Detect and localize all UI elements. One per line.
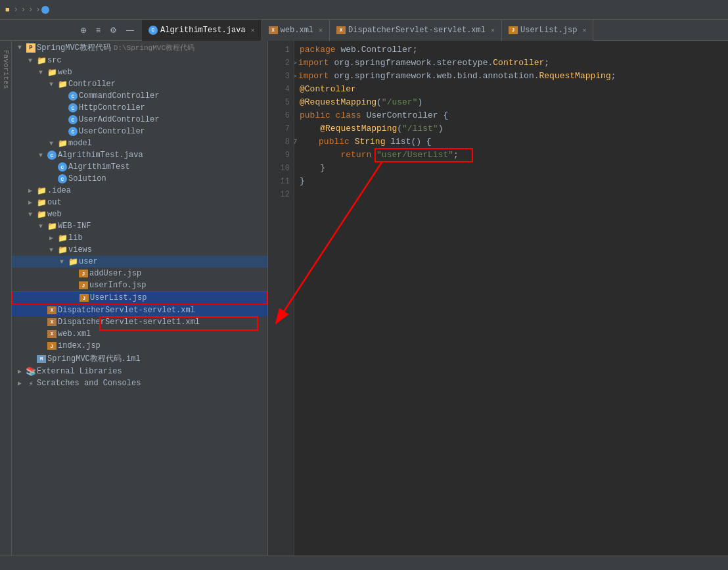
tree-arrow: [46, 247, 57, 254]
java-icon: C: [57, 174, 68, 183]
tree-item-useraddcontroller[interactable]: CUserAddController: [12, 114, 267, 126]
tree-item-lib[interactable]: 📁lib: [12, 232, 267, 244]
tab-AlgrithimTest-java[interactable]: CAlgrithimTest.java✕: [142, 20, 262, 41]
project-tree[interactable]: PSpringMVC教程代码D:\SpringMVC教程代码📁src📁web📁C…: [12, 41, 268, 570]
collapse-all-btn[interactable]: ≡: [93, 24, 103, 36]
project-panel-header: ⊕ ≡ ⚙ —: [5, 24, 137, 36]
tree-arrow: [25, 187, 35, 195]
xml-icon: X: [46, 318, 58, 327]
java-icon: C: [67, 127, 79, 136]
tree-item-dispatcherservlet-servlet1-xml[interactable]: XDispatcherServlet-servlet1.xml: [12, 316, 267, 328]
tree-item-label: userInfo.jsp: [89, 281, 146, 290]
tab-DispatcherServlet-servlet-xml[interactable]: XDispatcherServlet-servlet.xml✕: [330, 20, 502, 41]
tree-item-commandcontroller[interactable]: CCommandController: [12, 90, 267, 102]
tree-item-web-xml[interactable]: Xweb.xml: [12, 328, 267, 340]
minimize-btn[interactable]: —: [124, 24, 137, 36]
tree-item-scratches-and-consoles[interactable]: ⚡Scratches and Consoles: [12, 377, 267, 389]
tree-arrow: [35, 152, 46, 159]
extlib-icon: 📚: [25, 367, 37, 376]
tree-item-userinfo-jsp[interactable]: JuserInfo.jsp: [12, 279, 267, 291]
tree-item-httpcontroller[interactable]: CHttpController: [12, 102, 267, 114]
locate-file-btn[interactable]: ⊕: [78, 24, 89, 36]
jsp-icon: J: [78, 269, 89, 278]
folder-icon: 📁: [57, 233, 68, 243]
line-num: 8: [268, 135, 290, 149]
code-editor: 123456789101112 package web.Controller;▷…: [268, 41, 728, 570]
tree-item-solution[interactable]: CSolution: [12, 173, 267, 185]
tree-item-web[interactable]: 📁web: [12, 66, 267, 78]
java-icon: C: [67, 115, 79, 124]
tree-item-adduser-jsp[interactable]: JaddUser.jsp: [12, 268, 267, 279]
tree-arrow: [46, 140, 57, 147]
tab-web-xml[interactable]: Xweb.xml✕: [262, 20, 330, 41]
code-line: }: [300, 162, 723, 175]
tree-item--idea[interactable]: 📁.idea: [12, 185, 267, 197]
tree-item-user[interactable]: 📁user: [12, 256, 267, 268]
tree-arrow: [57, 258, 67, 266]
tree-item-web-inf[interactable]: 📁WEB-INF: [12, 220, 267, 232]
project-icon: P: [25, 43, 37, 53]
tree-item-out[interactable]: 📁out: [12, 197, 267, 208]
jsp-icon: J: [78, 293, 90, 302]
main-layout: Favorites PSpringMVC教程代码D:\SpringMVC教程代码…: [0, 41, 728, 570]
left-toolbar: Favorites: [0, 41, 12, 570]
xml-icon: X: [46, 329, 58, 339]
tree-item-springmvc----[interactable]: PSpringMVC教程代码D:\SpringMVC教程代码: [12, 41, 267, 55]
folder-icon: 📁: [57, 245, 68, 254]
tree-item-views[interactable]: 📁views: [12, 244, 267, 256]
tree-arrow: [25, 57, 35, 64]
folder-icon: 📁: [35, 210, 47, 219]
favorites-label: Favorites: [2, 50, 10, 89]
line-num: 6: [268, 109, 290, 122]
status-bar: [0, 556, 728, 570]
tree-arrow: [25, 211, 35, 218]
tree-item-label: DispatcherServlet-servlet1.xml: [58, 318, 200, 327]
tree-item-label: web.xml: [58, 329, 91, 339]
tree-item-src[interactable]: 📁src: [12, 55, 267, 66]
line-num: 3: [268, 70, 290, 83]
tree-item-label: WEB-INF: [58, 222, 91, 231]
folder-orange-icon: 📁: [35, 198, 47, 207]
folder-blue-icon: 📁: [35, 186, 47, 195]
tree-item-model[interactable]: 📁model: [12, 137, 267, 149]
fold-icon: ▷: [294, 58, 297, 68]
tree-item-label: UserAddController: [79, 115, 159, 124]
tree-item-dispatcherservlet-servlet-xml[interactable]: XDispatcherServlet-servlet.xml: [12, 304, 267, 316]
tree-item-label: addUser.jsp: [89, 269, 141, 278]
tree-item-web[interactable]: 📁web: [12, 208, 267, 220]
tree-item-label: UserController: [79, 127, 145, 136]
tree-item-springmvc-----iml[interactable]: MSpringMVC教程代码.iml: [12, 352, 267, 366]
java-icon: C: [67, 103, 79, 112]
tree-item-external-libraries[interactable]: 📚External Libraries: [12, 366, 267, 377]
folder-icon: 📁: [57, 139, 68, 148]
tab-bar: CAlgrithimTest.java✕Xweb.xml✕XDispatcher…: [142, 20, 723, 41]
folder-icon: 📁: [46, 222, 58, 231]
tab-UserList-jsp[interactable]: JUserList.jsp✕: [502, 20, 593, 41]
tree-arrow: [46, 81, 57, 88]
tree-item-label: DispatcherServlet-servlet.xml: [58, 306, 195, 315]
fold-icon: ▷: [294, 71, 297, 81]
tree-item-label: views: [68, 245, 92, 254]
toolbar: ⊕ ≡ ⚙ — CAlgrithimTest.java✕Xweb.xml✕XDi…: [0, 20, 728, 41]
tree-item-controller[interactable]: 📁Controller: [12, 78, 267, 90]
tree-item-index-jsp[interactable]: Jindex.jsp: [12, 340, 267, 352]
tree-arrow: [35, 223, 46, 230]
code-line: @RequestMapping("/list"): [300, 122, 723, 135]
code-line: ▷import org.springframework.web.bind.ann…: [300, 70, 723, 83]
tree-item-usercontroller[interactable]: CUserController: [12, 126, 267, 137]
tree-item-algrithimtest-java[interactable]: CAlgrithimTest.java: [12, 149, 267, 161]
tree-item-algrithimtest[interactable]: CAlgrithimTest: [12, 161, 267, 173]
tree-item-label: Controller: [68, 80, 116, 89]
tree-item-label: web: [47, 210, 62, 219]
tree-item-label: Scratches and Consoles: [37, 379, 141, 388]
title-bar: ■ › › › ›: [0, 0, 728, 20]
code-line: @Controller: [300, 83, 723, 96]
tree-item-label: AlgrithimTest: [68, 162, 130, 172]
settings-btn[interactable]: ⚙: [107, 24, 120, 36]
code-line: }: [300, 175, 723, 188]
tree-arrow: [46, 234, 57, 242]
tree-item-userlist-jsp[interactable]: JUserList.jsp: [12, 291, 267, 304]
tree-item-label: .idea: [47, 186, 71, 195]
tree-item-label: user: [79, 257, 98, 266]
tree-item-label: src: [47, 56, 62, 65]
